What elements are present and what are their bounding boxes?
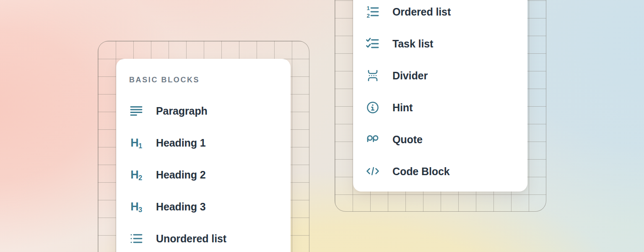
menu-item-label: Unordered list xyxy=(156,233,226,245)
menu-item-label: Heading 2 xyxy=(156,169,206,181)
menu-item-divider[interactable]: Divider xyxy=(366,60,527,92)
divider-icon xyxy=(366,68,380,83)
menu-item-label: Heading 1 xyxy=(156,137,206,149)
unordered-list-icon xyxy=(129,231,143,246)
task-list-icon xyxy=(366,37,380,51)
ordered-list-icon: 1 2 xyxy=(366,5,380,19)
svg-text:1: 1 xyxy=(367,5,370,11)
menu-item-label: Quote xyxy=(392,134,423,146)
menu-item-label: Task list xyxy=(392,38,433,50)
paragraph-icon xyxy=(129,104,143,118)
menu-item-label: Hint xyxy=(392,102,413,114)
menu-item-paragraph[interactable]: Paragraph xyxy=(129,95,291,127)
blocks-menu-continued: 1 2 Ordered list Task list xyxy=(353,0,527,192)
menu-item-hint[interactable]: Hint xyxy=(366,92,527,123)
menu-item-label: Ordered list xyxy=(392,6,451,18)
editor-blocks-promo: BASIC BLOCKS Paragraph H1 Heading 1 H2 xyxy=(0,0,644,252)
svg-text:2: 2 xyxy=(367,13,370,19)
hint-icon xyxy=(366,100,380,115)
menu-item-label: Heading 3 xyxy=(156,201,206,213)
menu-item-task-list[interactable]: Task list xyxy=(366,28,527,60)
menu-item-heading-2[interactable]: H2 Heading 2 xyxy=(129,159,291,191)
heading-2-icon: H2 xyxy=(129,168,143,182)
menu-item-heading-1[interactable]: H1 Heading 1 xyxy=(129,127,291,159)
menu-item-heading-3[interactable]: H3 Heading 3 xyxy=(129,191,291,223)
blocks-list: 1 2 Ordered list Task list xyxy=(366,0,527,187)
menu-item-quote[interactable]: Quote xyxy=(366,123,527,155)
menu-item-ordered-list[interactable]: 1 2 Ordered list xyxy=(366,0,527,28)
heading-3-icon: H3 xyxy=(129,200,143,214)
basic-blocks-list: Paragraph H1 Heading 1 H2 Heading 2 H3 H… xyxy=(129,95,291,252)
menu-item-label: Paragraph xyxy=(156,105,208,117)
basic-blocks-menu: BASIC BLOCKS Paragraph H1 Heading 1 H2 xyxy=(116,59,291,252)
menu-item-label: Code Block xyxy=(392,165,450,178)
menu-item-code-block[interactable]: Code Block xyxy=(366,155,527,187)
heading-1-icon: H1 xyxy=(129,136,143,150)
menu-item-unordered-list[interactable]: Unordered list xyxy=(129,223,291,252)
section-title: BASIC BLOCKS xyxy=(129,76,291,84)
menu-item-label: Divider xyxy=(392,70,428,82)
quote-icon xyxy=(366,132,380,147)
code-block-icon xyxy=(366,164,380,178)
